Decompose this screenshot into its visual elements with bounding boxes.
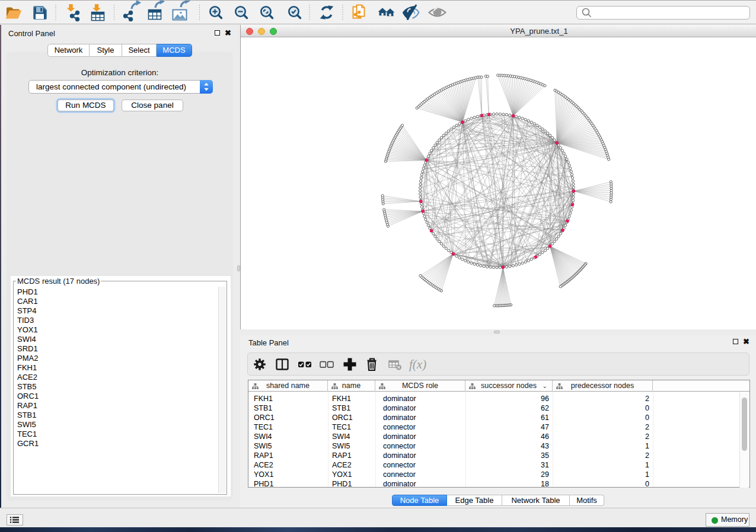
svg-text:f(x): f(x) [409,357,426,371]
